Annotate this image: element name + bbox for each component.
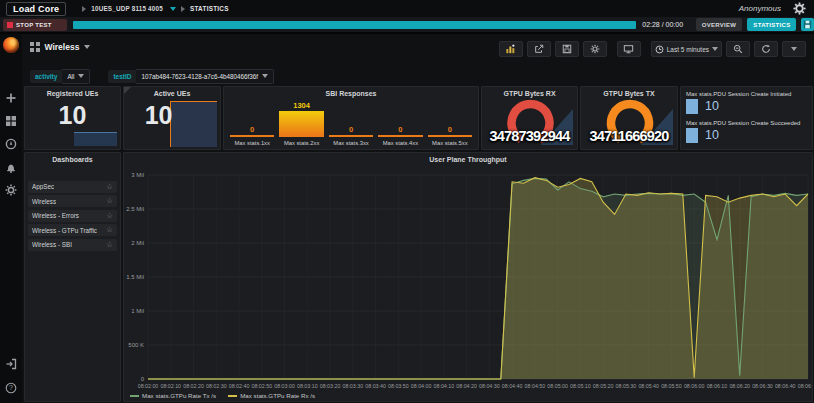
overview-tab[interactable]: OVERVIEW bbox=[696, 18, 743, 31]
svg-text:?: ? bbox=[9, 384, 13, 391]
pdu-succeeded-label: Max stats.PDU Session Create Succeeded bbox=[686, 120, 809, 126]
grafana-logo-icon[interactable] bbox=[3, 37, 19, 53]
svg-text:08:05:40: 08:05:40 bbox=[638, 383, 659, 389]
svg-text:3 Mil: 3 Mil bbox=[131, 172, 144, 178]
dashboard-picker[interactable]: Wireless bbox=[30, 42, 90, 52]
refresh-interval-dropdown[interactable] bbox=[782, 41, 806, 57]
svg-text:08:03:50: 08:03:50 bbox=[388, 383, 409, 389]
sbi-value: 0 bbox=[250, 125, 254, 134]
testid-variable-value: 107ab484-7623-4128-a7c6-4b480466f36f bbox=[141, 73, 258, 80]
registered-ues-panel: Registered UEs 10 bbox=[24, 86, 121, 150]
add-panel-button[interactable] bbox=[499, 41, 523, 57]
pdu-initiated-bar bbox=[686, 99, 698, 114]
svg-text:08:02:00: 08:02:00 bbox=[138, 383, 159, 389]
cycle-view-button[interactable] bbox=[617, 41, 641, 57]
dashboard-list: AppSec☆Wireless☆Wireless - Errors☆Wirele… bbox=[25, 178, 120, 253]
chevron-right-icon bbox=[181, 6, 185, 12]
dashboard-list-item[interactable]: Wireless - SBI☆ bbox=[28, 239, 117, 251]
svg-text:08:03:40: 08:03:40 bbox=[365, 383, 386, 389]
sign-in-icon[interactable] bbox=[5, 358, 17, 370]
zoom-out-button[interactable] bbox=[726, 41, 750, 57]
app-window: Load Core 10UES_UDP 8115 4005 STATISTICS… bbox=[0, 0, 814, 403]
time-range-picker[interactable]: Last 5 minutes bbox=[651, 41, 722, 57]
legend-item-rx[interactable]: Max stats.GTPu Rate Rx /s bbox=[228, 392, 315, 399]
pdu-succeeded-value: 10 bbox=[705, 128, 719, 142]
sbi-column: 0 Max stats.1xx bbox=[230, 101, 274, 146]
dashboards-grid-icon[interactable] bbox=[5, 115, 17, 127]
dashboard-list-item[interactable]: Wireless - Errors☆ bbox=[28, 210, 117, 222]
favorite-star-icon[interactable]: ☆ bbox=[106, 198, 113, 204]
chevron-down-icon bbox=[262, 74, 268, 78]
save-dashboard-button[interactable] bbox=[555, 41, 579, 57]
svg-text:08:06:10: 08:06:10 bbox=[707, 383, 728, 389]
user-plane-throughput-panel: User Plane Throughput 08:02:0008:02:1008… bbox=[123, 152, 813, 402]
sbi-column: 0 Max stats.4xx bbox=[378, 101, 422, 146]
zoom-out-icon bbox=[733, 44, 743, 54]
dashboards-list-panel: Dashboards AppSec☆Wireless☆Wireless - Er… bbox=[24, 152, 121, 402]
stop-test-button[interactable]: STOP TEST bbox=[3, 19, 67, 31]
user-name[interactable]: Anonymous bbox=[739, 4, 781, 13]
legend-item-tx[interactable]: Max stats.GTPu Rate Tx /s bbox=[130, 392, 216, 399]
save-results-button[interactable] bbox=[801, 18, 814, 31]
svg-text:08:03:00: 08:03:00 bbox=[274, 383, 295, 389]
grafana-nav: Wireless bbox=[22, 34, 814, 64]
configuration-gear-icon[interactable] bbox=[5, 184, 17, 196]
panel-title[interactable]: Registered UEs bbox=[25, 90, 120, 97]
monitor-icon bbox=[623, 44, 634, 54]
svg-text:08:06:00: 08:06:00 bbox=[684, 383, 705, 389]
sbi-label: Max stats.4xx bbox=[383, 140, 418, 146]
dashboard-settings-button[interactable] bbox=[583, 41, 607, 57]
dashboard-name: Wireless bbox=[45, 42, 80, 52]
breadcrumb: 10UES_UDP 8115 4005 STATISTICS bbox=[82, 5, 228, 12]
gtpu-tx-value: 34711666920 bbox=[581, 128, 677, 144]
svg-text:1.5 Mil: 1.5 Mil bbox=[126, 274, 144, 280]
sbi-column: 0 Max stats.3xx bbox=[329, 101, 373, 146]
sbi-value: 0 bbox=[398, 125, 402, 134]
statistics-tab[interactable]: STATISTICS bbox=[747, 18, 796, 31]
active-ues-value: 10 bbox=[124, 101, 193, 130]
dashboard-grid-icon bbox=[30, 42, 40, 52]
throughput-chart-svg[interactable]: 08:02:0008:02:1008:02:2008:02:3008:02:40… bbox=[124, 153, 813, 402]
favorite-star-icon[interactable]: ☆ bbox=[106, 242, 113, 248]
svg-text:08:02:20: 08:02:20 bbox=[183, 383, 204, 389]
share-dashboard-button[interactable] bbox=[527, 41, 551, 57]
sbi-baseline bbox=[329, 135, 373, 137]
panel-title[interactable]: Active UEs bbox=[124, 90, 220, 97]
svg-text:08:05:10: 08:05:10 bbox=[570, 383, 591, 389]
chevron-down-icon[interactable] bbox=[170, 7, 176, 11]
sbi-value: 0 bbox=[448, 125, 452, 134]
registered-ues-value: 10 bbox=[25, 101, 120, 130]
svg-text:08:04:10: 08:04:10 bbox=[434, 383, 455, 389]
svg-text:08:02:10: 08:02:10 bbox=[160, 383, 181, 389]
dashboard-list-item[interactable]: AppSec☆ bbox=[28, 181, 117, 193]
sparkline bbox=[74, 132, 117, 146]
dashboard-item-label: Wireless bbox=[32, 198, 56, 205]
help-icon[interactable]: ? bbox=[5, 382, 17, 394]
explore-compass-icon[interactable] bbox=[5, 138, 17, 150]
floppy-icon bbox=[803, 20, 812, 29]
create-plus-icon[interactable] bbox=[5, 92, 17, 104]
settings-gear-icon[interactable] bbox=[793, 2, 806, 15]
stop-test-label: STOP TEST bbox=[16, 22, 52, 28]
dashboard-list-item[interactable]: Wireless☆ bbox=[28, 195, 117, 207]
activity-variable-select[interactable]: All bbox=[62, 69, 90, 84]
chevron-down-icon bbox=[712, 47, 718, 51]
favorite-star-icon[interactable]: ☆ bbox=[106, 213, 113, 219]
svg-text:08:02:30: 08:02:30 bbox=[206, 383, 227, 389]
dashboard-list-item[interactable]: Wireless - GTPu Traffic☆ bbox=[28, 224, 117, 236]
favorite-star-icon[interactable]: ☆ bbox=[106, 184, 113, 190]
breadcrumb-test-name[interactable]: 10UES_UDP 8115 4005 bbox=[91, 5, 163, 12]
panel-title[interactable]: Dashboards bbox=[25, 156, 120, 163]
svg-text:08:05:50: 08:05:50 bbox=[661, 383, 682, 389]
sbi-bar-gauge: 0 Max stats.1xx 1304 Max stats.2xx 0 Max… bbox=[230, 101, 472, 146]
testid-variable-select[interactable]: 107ab484-7623-4128-a7c6-4b480466f36f bbox=[136, 69, 274, 84]
alerting-bell-icon[interactable] bbox=[5, 162, 17, 174]
test-progress-bar bbox=[73, 21, 636, 29]
svg-text:08:06:30: 08:06:30 bbox=[752, 383, 773, 389]
sbi-label: Max stats.3xx bbox=[333, 140, 368, 146]
refresh-button[interactable] bbox=[754, 41, 778, 57]
stop-icon bbox=[7, 22, 13, 28]
panel-title[interactable]: SBI Responses bbox=[224, 90, 478, 97]
svg-text:08:06:40: 08:06:40 bbox=[775, 383, 796, 389]
favorite-star-icon[interactable]: ☆ bbox=[106, 227, 113, 233]
